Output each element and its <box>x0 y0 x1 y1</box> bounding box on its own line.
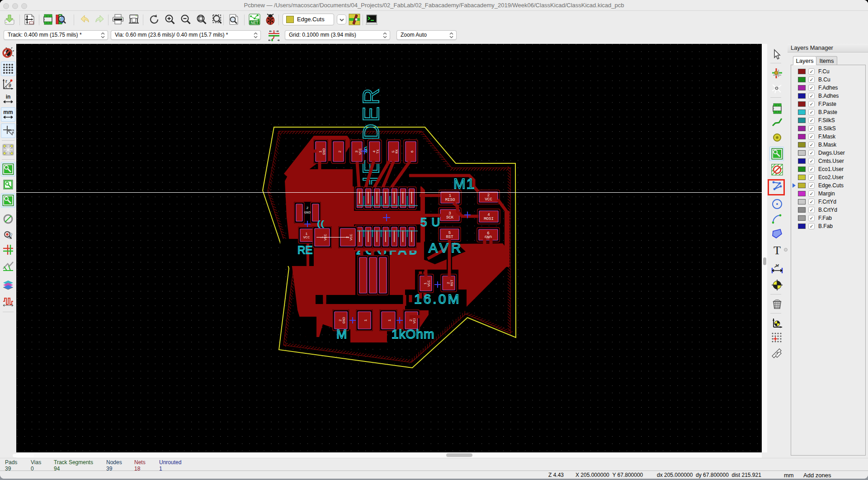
svg-text:GND: GND <box>304 210 311 214</box>
svg-text:AVR: AVR <box>429 240 463 255</box>
svg-text:RX: RX <box>395 149 399 154</box>
svg-text:1kOhm: 1kOhm <box>392 327 434 341</box>
svg-text:MISO: MISO <box>445 198 455 202</box>
svg-text:RE: RE <box>297 244 312 256</box>
svg-text:RST: RST <box>446 235 453 239</box>
svg-text:VCC: VCC <box>485 197 492 202</box>
svg-text:in: in <box>6 94 11 100</box>
svg-text:RST: RST <box>450 280 454 286</box>
svg-text:NET: NET <box>251 20 259 25</box>
svg-text:M1: M1 <box>453 176 475 192</box>
svg-text:TX: TX <box>376 149 380 154</box>
svg-text:2: 2 <box>307 206 309 210</box>
svg-text:1: 1 <box>387 319 392 321</box>
svg-text:VCC: VCC <box>349 234 353 241</box>
svg-text:GND: GND <box>322 148 326 155</box>
svg-text:SCK: SCK <box>446 215 454 220</box>
svg-text:6: 6 <box>410 150 414 152</box>
svg-text:M: M <box>336 327 347 341</box>
svg-text:VCC: VCC <box>427 280 431 287</box>
svg-text:1: 1 <box>363 319 368 321</box>
svg-text:r: r <box>5 79 7 84</box>
svg-text:2: 2 <box>338 150 342 152</box>
svg-text:VCC: VCC <box>303 235 310 239</box>
svg-text:mm: mm <box>3 109 13 115</box>
svg-text:GND: GND <box>342 317 346 324</box>
svg-text:((: (( <box>317 220 325 228</box>
svg-text:5U: 5U <box>420 215 444 229</box>
svg-text:θ: θ <box>9 83 11 88</box>
svg-text:N: N <box>776 263 779 268</box>
svg-text:T: T <box>774 244 781 256</box>
svg-text:MOSI: MOSI <box>484 217 494 221</box>
svg-text:16.0M: 16.0M <box>414 291 461 306</box>
